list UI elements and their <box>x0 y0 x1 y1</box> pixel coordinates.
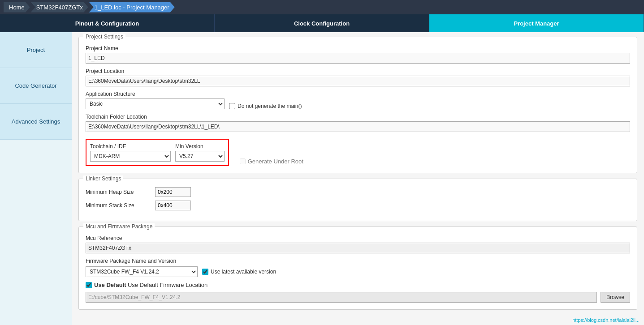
min-stack-label: Minimum Stack Size <box>86 202 148 209</box>
tab-nav: Pinout & Configuration Clock Configurati… <box>0 14 644 32</box>
project-location-input[interactable] <box>86 76 630 86</box>
toolchain-folder-input[interactable] <box>86 121 630 132</box>
min-stack-row: Minimum Stack Size <box>86 201 630 210</box>
mcu-firmware-title: Mcu and Firmware Package <box>83 223 155 230</box>
use-latest-group: Use latest available version <box>202 269 276 275</box>
use-latest-checkbox[interactable] <box>202 269 208 275</box>
firmware-location-input <box>86 292 597 303</box>
toolchain-ide-select[interactable]: MDK-ARM STM32CubeIDE Makefile <box>90 151 171 162</box>
mcu-reference-group: Mcu Reference <box>86 235 630 253</box>
firmware-location-row: Browse <box>86 292 630 303</box>
toolchain-folder-group: Toolchain Folder Location <box>86 114 630 132</box>
use-default-location-group: Use Default Use Default Firmware Locatio… <box>86 282 630 288</box>
browse-button[interactable]: Browse <box>601 292 630 303</box>
linker-settings-title: Linker Settings <box>83 175 123 182</box>
project-settings-section: Project Settings Project Name Project Lo… <box>78 37 637 173</box>
watermark: https://blog.csdn.net/lalalal2ll... <box>572 317 640 323</box>
app-structure-group: Application Structure Basic Advanced Do … <box>86 91 630 109</box>
min-version-label: Min Version <box>175 143 225 150</box>
sidebar-item-project[interactable]: Project <box>0 32 72 68</box>
firmware-package-group: Firmware Package Name and Version STM32C… <box>86 258 630 277</box>
firmware-package-select[interactable]: STM32Cube FW_F4 V1.24.2 <box>86 266 198 277</box>
min-heap-row: Minimum Heap Size <box>86 187 630 197</box>
breadcrumb-home[interactable]: Home <box>4 2 30 13</box>
sidebar-item-code-generator[interactable]: Code Generator <box>0 68 72 104</box>
project-location-label: Project Location <box>86 68 630 74</box>
min-heap-label: Minimum Heap Size <box>86 189 148 195</box>
tab-project-manager[interactable]: Project Manager <box>429 14 644 32</box>
content-area: Project Settings Project Name Project Lo… <box>72 32 644 325</box>
toolchain-ide-label: Toolchain / IDE <box>90 143 171 150</box>
project-name-group: Project Name <box>86 45 630 64</box>
do-not-generate-group: Do not generate the main() <box>229 103 302 109</box>
project-name-input[interactable] <box>86 53 630 64</box>
app-structure-select[interactable]: Basic Advanced <box>86 98 225 109</box>
sidebar: Project Code Generator Advanced Settings <box>0 32 72 325</box>
app-structure-label: Application Structure <box>86 91 630 97</box>
firmware-package-label: Firmware Package Name and Version <box>86 258 630 264</box>
project-settings-title: Project Settings <box>83 34 125 40</box>
min-stack-input[interactable] <box>155 201 191 210</box>
toolchain-ide-col: Toolchain / IDE MDK-ARM STM32CubeIDE Mak… <box>90 143 171 162</box>
do-not-generate-checkbox[interactable] <box>229 103 235 109</box>
generate-under-root-label: Generate Under Root <box>248 158 303 165</box>
breadcrumb-bar: Home STM32F407ZGTx 1_LED.ioc - Project M… <box>0 0 644 14</box>
tab-clock[interactable]: Clock Configuration <box>215 14 429 32</box>
use-default-location-checkbox[interactable] <box>86 282 92 288</box>
min-version-col: Min Version V5.27 V5.20 V5.10 <box>175 143 225 162</box>
generate-under-root-checkbox <box>240 158 246 164</box>
use-default-location-label: Use Default Use Default Firmware Locatio… <box>94 282 207 288</box>
generate-under-root-group: Generate Under Root <box>240 158 303 165</box>
breadcrumb-current[interactable]: 1_LED.ioc - Project Manager <box>89 2 175 13</box>
tab-pinout[interactable]: Pinout & Configuration <box>0 14 215 32</box>
mcu-reference-label: Mcu Reference <box>86 235 630 241</box>
toolchain-highlighted-group: Toolchain / IDE MDK-ARM STM32CubeIDE Mak… <box>86 139 229 166</box>
sidebar-item-advanced-settings[interactable]: Advanced Settings <box>0 104 72 140</box>
mcu-reference-input <box>86 243 630 253</box>
project-location-group: Project Location <box>86 68 630 86</box>
min-version-select[interactable]: V5.27 V5.20 V5.10 <box>175 151 225 162</box>
mcu-firmware-section: Mcu and Firmware Package Mcu Reference F… <box>78 227 637 310</box>
toolchain-section: Toolchain / IDE MDK-ARM STM32CubeIDE Mak… <box>86 137 630 166</box>
use-latest-label: Use latest available version <box>211 269 276 275</box>
project-name-label: Project Name <box>86 45 630 51</box>
main-layout: Project Code Generator Advanced Settings… <box>0 32 644 325</box>
do-not-generate-label: Do not generate the main() <box>238 103 302 109</box>
breadcrumb-device[interactable]: STM32F407ZGTx <box>31 2 88 13</box>
toolchain-folder-label: Toolchain Folder Location <box>86 114 630 120</box>
min-heap-input[interactable] <box>155 187 191 197</box>
linker-settings-section: Linker Settings Minimum Heap Size Minimu… <box>78 179 637 221</box>
